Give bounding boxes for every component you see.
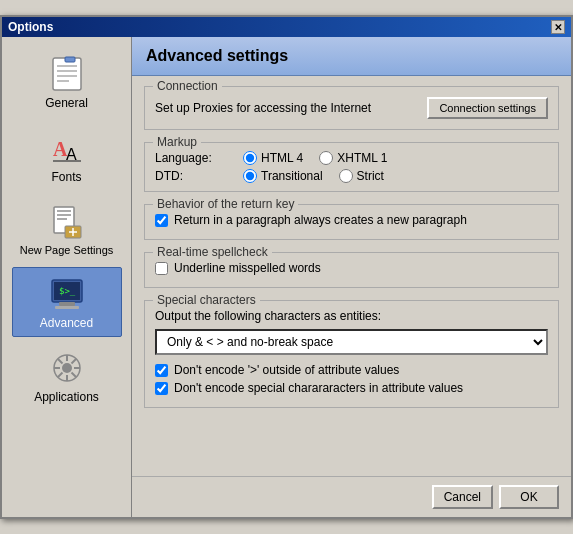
special-chars-checkbox1[interactable] xyxy=(155,364,168,377)
special-chars-section: Special characters Output the following … xyxy=(144,300,559,408)
dtd-strict-radio[interactable] xyxy=(339,169,353,183)
special-chars-checkbox2-row: Don't encode special charararacters in a… xyxy=(155,381,548,395)
svg-rect-10 xyxy=(57,210,71,212)
special-chars-legend: Special characters xyxy=(153,293,260,307)
spellcheck-checkbox[interactable] xyxy=(155,262,168,275)
markup-legend: Markup xyxy=(153,135,201,149)
svg-rect-20 xyxy=(55,306,79,309)
new-page-settings-icon xyxy=(47,202,87,242)
title-bar: Options ✕ xyxy=(2,17,571,37)
ok-button[interactable]: OK xyxy=(499,485,559,509)
behavior-section: Behavior of the return key Return in a p… xyxy=(144,204,559,240)
sidebar-item-fonts[interactable]: A A Fonts xyxy=(12,121,122,191)
close-button[interactable]: ✕ xyxy=(551,20,565,34)
main-body: Connection Set up Proxies for accessing … xyxy=(132,76,571,476)
special-chars-dropdown-row: Only & < > and no-break space All charac… xyxy=(155,329,548,355)
language-label: Language: xyxy=(155,151,235,165)
connection-description: Set up Proxies for accessing the Interne… xyxy=(155,101,371,115)
special-chars-checkbox1-label: Don't encode '>' outside of attribute va… xyxy=(174,363,399,377)
special-chars-description: Output the following characters as entit… xyxy=(155,309,548,323)
content-area: General A A Fonts xyxy=(2,37,571,517)
general-icon xyxy=(47,54,87,94)
behavior-checkbox-label: Return in a paragraph always creates a n… xyxy=(174,213,467,227)
fonts-icon: A A xyxy=(47,128,87,168)
svg-rect-11 xyxy=(57,214,71,216)
options-window: Options ✕ General xyxy=(0,15,573,519)
language-row: Language: HTML 4 XHTML 1 xyxy=(155,151,548,165)
spellcheck-legend: Real-time spellcheck xyxy=(153,245,272,259)
language-html4-label: HTML 4 xyxy=(261,151,303,165)
connection-legend: Connection xyxy=(153,79,222,93)
language-xhtml1-radio[interactable] xyxy=(319,151,333,165)
svg-rect-19 xyxy=(59,302,75,306)
dtd-row: DTD: Transitional Strict xyxy=(155,169,548,183)
behavior-checkbox[interactable] xyxy=(155,214,168,227)
special-chars-checkbox2[interactable] xyxy=(155,382,168,395)
svg-rect-5 xyxy=(65,57,75,62)
sidebar-new-page-label: New Page Settings xyxy=(20,244,114,256)
main-area: Advanced settings Connection Set up Prox… xyxy=(132,37,571,517)
sidebar-item-advanced[interactable]: $>_ Advanced xyxy=(12,267,122,337)
special-chars-checkbox1-row: Don't encode '>' outside of attribute va… xyxy=(155,363,548,377)
language-xhtml1-label: XHTML 1 xyxy=(337,151,387,165)
dtd-transitional-option[interactable]: Transitional xyxy=(243,169,323,183)
svg-rect-0 xyxy=(53,58,81,90)
dtd-transitional-label: Transitional xyxy=(261,169,323,183)
svg-text:$>_: $>_ xyxy=(59,286,76,296)
connection-section: Connection Set up Proxies for accessing … xyxy=(144,86,559,130)
spellcheck-checkbox-label: Underline misspelled words xyxy=(174,261,321,275)
dtd-radio-group: Transitional Strict xyxy=(243,169,384,183)
language-radio-group: HTML 4 XHTML 1 xyxy=(243,151,387,165)
sidebar-advanced-label: Advanced xyxy=(40,316,93,330)
language-xhtml1-option[interactable]: XHTML 1 xyxy=(319,151,387,165)
sidebar-general-label: General xyxy=(45,96,88,110)
dtd-label: DTD: xyxy=(155,169,235,183)
svg-rect-12 xyxy=(57,218,67,220)
special-chars-checkbox2-label: Don't encode special charararacters in a… xyxy=(174,381,463,395)
spellcheck-checkbox-row: Underline misspelled words xyxy=(155,261,548,275)
behavior-legend: Behavior of the return key xyxy=(153,197,298,211)
sidebar-item-applications[interactable]: Applications xyxy=(12,341,122,411)
dtd-strict-label: Strict xyxy=(357,169,384,183)
footer: Cancel OK xyxy=(132,476,571,517)
sidebar: General A A Fonts xyxy=(2,37,132,517)
behavior-checkbox-row: Return in a paragraph always creates a n… xyxy=(155,213,548,227)
sidebar-fonts-label: Fonts xyxy=(51,170,81,184)
sidebar-item-new-page-settings[interactable]: New Page Settings xyxy=(12,195,122,263)
connection-row: Set up Proxies for accessing the Interne… xyxy=(155,95,548,121)
special-chars-dropdown[interactable]: Only & < > and no-break space All charac… xyxy=(155,329,548,355)
language-html4-option[interactable]: HTML 4 xyxy=(243,151,303,165)
sidebar-item-general[interactable]: General xyxy=(12,47,122,117)
connection-settings-button[interactable]: Connection settings xyxy=(427,97,548,119)
language-html4-radio[interactable] xyxy=(243,151,257,165)
markup-section: Markup Language: HTML 4 XHTML 1 xyxy=(144,142,559,192)
dtd-transitional-radio[interactable] xyxy=(243,169,257,183)
spellcheck-section: Real-time spellcheck Underline misspelle… xyxy=(144,252,559,288)
page-title: Advanced settings xyxy=(132,37,571,76)
svg-point-22 xyxy=(62,363,72,373)
applications-icon xyxy=(47,348,87,388)
sidebar-applications-label: Applications xyxy=(34,390,99,404)
advanced-icon: $>_ xyxy=(47,274,87,314)
window-title: Options xyxy=(8,20,53,34)
dtd-strict-option[interactable]: Strict xyxy=(339,169,384,183)
cancel-button[interactable]: Cancel xyxy=(432,485,493,509)
